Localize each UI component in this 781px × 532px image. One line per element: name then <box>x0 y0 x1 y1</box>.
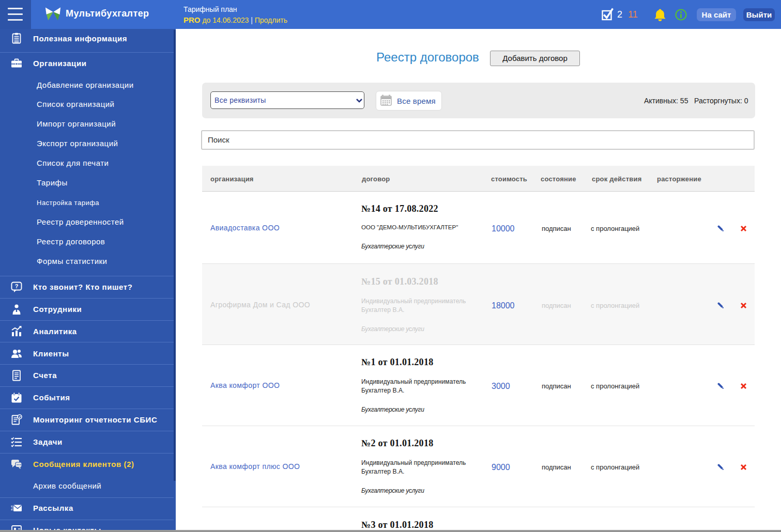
svg-text:?: ? <box>15 283 19 289</box>
